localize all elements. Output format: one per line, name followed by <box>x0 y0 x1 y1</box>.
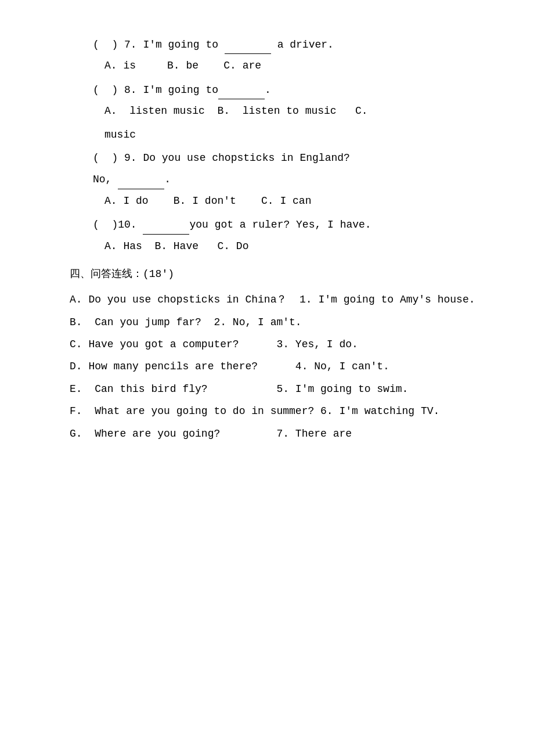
matching-E: E. Can this bird fly? 5. I'm going to sw… <box>70 380 499 398</box>
question-8-options-2: music <box>70 125 499 144</box>
matching-B: B. Can you jump far? 2. No, I am't. <box>70 313 499 332</box>
question-9-text: ( ) 9. Do you use chopsticks in England? <box>70 149 499 167</box>
matching-C: C. Have you got a computer? 3. Yes, I do… <box>70 335 499 354</box>
matching-block: A. Do you use chopsticks in China？ 1. I'… <box>46 290 499 443</box>
question-8-text: ( ) 8. I'm going to . <box>70 80 499 99</box>
section-header: 四、问答连线：(18') <box>70 265 499 283</box>
matching-D: D. How many pencils are there? 4. No, I … <box>70 357 499 376</box>
question-10-text: ( )10. you got a ruler? Yes, I have. <box>70 215 499 234</box>
question-9-text2: No, . <box>70 170 499 189</box>
matching-G: G. Where are you going? 7. There are <box>70 424 499 443</box>
q10-blank <box>143 215 189 234</box>
page-content: ( ) 7. I'm going to a driver. A. is B. b… <box>46 35 499 443</box>
question-9-options: A. I do B. I don't C. I can <box>70 192 499 210</box>
matching-F: F. What are you going to do in summer? 6… <box>70 402 499 420</box>
question-8: ( ) 8. I'm going to . A. listen music B.… <box>46 80 499 144</box>
question-9: ( ) 9. Do you use chopsticks in England?… <box>46 149 499 210</box>
q7-blank <box>225 35 271 54</box>
q8-blank <box>218 80 265 99</box>
question-10-options: A. Has B. Have C. Do <box>70 237 499 255</box>
question-7-text: ( ) 7. I'm going to a driver. <box>70 35 499 54</box>
question-7: ( ) 7. I'm going to a driver. A. is B. b… <box>46 35 499 75</box>
question-10: ( )10. you got a ruler? Yes, I have. A. … <box>46 215 499 255</box>
question-7-options: A. is B. be C. are <box>70 56 499 75</box>
matching-A: A. Do you use chopsticks in China？ 1. I'… <box>70 290 499 309</box>
q9-blank <box>118 170 164 189</box>
question-8-options-1: A. listen music B. listen to music C. <box>70 102 499 120</box>
